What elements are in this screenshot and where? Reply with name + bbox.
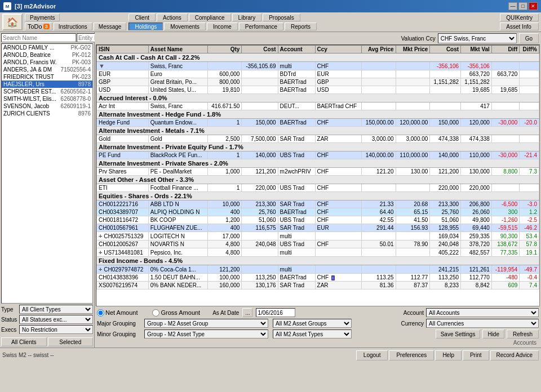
table-row: XS0076219574 0% BANK NEDER... 160,000 13… [97,282,539,289]
client-row[interactable]: SCHROEDER EST... 62605562-1 [2,88,92,95]
cell-diffpct: -2.5 [520,216,539,224]
client-row[interactable]: ZURICH CLIENTS 8976 [2,110,92,117]
cell-diffpct [520,103,539,110]
cell-avg: 42.55 [362,216,396,224]
tab-holdings[interactable]: Holdings [128,23,163,30]
cell-account: BAERTrad [278,208,315,216]
client-row[interactable]: SMITH-WILST, Elis... 62608778-0 [2,95,92,103]
message-button[interactable]: Message [94,23,127,30]
minor-alt-select[interactable]: All M2 Asset Types [273,329,352,338]
cell-ccy: BAERTrad CHF [315,103,361,110]
cell-cost2: 240,048 [430,240,461,248]
all-clients-button[interactable]: All Clients [1,337,47,346]
cell-cost [242,248,278,257]
hide-button[interactable]: Hide [482,329,504,338]
cell-avg [362,232,396,240]
cell-cost2: 220,000 [430,184,461,192]
table-row: Gold Gold 2,500 7,500,000 SAR Trad ZAR 3… [97,135,539,143]
cell-diffpct [520,86,539,94]
cell-diff [491,78,519,86]
quikentry-button[interactable]: QUIKentry [500,14,539,21]
tab-actions[interactable]: Actions [157,14,188,21]
account-select[interactable]: All Accounts [426,308,539,317]
cell-mkt: 41.50 [396,216,430,224]
close-btn[interactable]: ✕ [529,2,538,10]
asset-info-button[interactable]: Asset Info [500,23,539,30]
record-advice-button[interactable]: Record Advice [490,350,539,360]
net-amount-radio[interactable]: Net Amount [97,309,138,317]
currency-select[interactable]: All Currencies [426,319,539,328]
tab-reports[interactable]: Reports [285,23,317,30]
client-row[interactable]: ANDERS, JA & DM 71502556-4 [2,66,92,73]
major-grouping-label: Major Grouping [97,320,142,327]
todo-badge: 3 [43,24,50,29]
status-text: Swiss M2 -- swisst -- [2,352,54,358]
date-picker-button[interactable]: ... [242,308,252,317]
print-button[interactable]: Print [463,350,489,360]
cell-isin: CH0012221716 [97,201,149,208]
table-row: Acr Int Swiss, Franc 416.671.50 DEUT... … [97,103,539,110]
left-panel: ARNOLD FAMILY ... PK-G02 ARNOLD, Beatric… [0,32,95,348]
gross-amount-radio[interactable]: Gross Amount [152,309,200,317]
date-input[interactable] [256,308,295,317]
cell-avg: 121.20 [362,168,396,176]
type-filter[interactable]: All Client Types [19,305,93,314]
expand-icon[interactable]: ▼ [99,63,105,69]
home-button[interactable]: 🏠 [2,14,23,30]
cell-cost: 121,200 [242,168,278,176]
cell-qty: 1,200 [207,216,242,224]
cell-isin: Acr Int [97,103,149,110]
client-row[interactable]: ARNOLD, Beatrice PK-012 [2,51,92,59]
minimize-btn[interactable]: — [508,2,517,10]
cell-cost2: 25,760 [430,208,461,216]
valuation-ccy-select[interactable]: CHF Swiss, Franc [438,33,517,43]
save-settings-button[interactable]: Save Settings [436,329,481,338]
client-row[interactable]: FRIEDRICK TRUST PK-023 [2,73,92,81]
selected-button[interactable]: Selected [48,337,94,346]
todo-button[interactable]: ToDo 3 [25,23,52,30]
instructions-button[interactable]: Instructions [54,23,92,30]
expand-icon[interactable]: + [99,266,102,273]
major-grouping-select[interactable]: Group - M2 Asset Group [144,319,268,328]
cell-isin: + CH0025751329 [97,232,149,240]
client-row[interactable]: SVENSON, Jacob 62609119-1 [2,103,92,110]
tab-client[interactable]: Client [128,14,156,21]
table-header-row: ISIN Asset Name Qty Cost Account Ccy Avg… [97,46,539,54]
cell-qty: 2,500 [207,135,242,143]
tab-movements[interactable]: Movements [164,23,206,30]
tab-income[interactable]: Income [207,23,238,30]
cell-mktval: 259,335 [461,232,492,240]
expand-icon[interactable]: + [99,233,102,239]
refresh-button[interactable]: Refresh [507,329,539,338]
cell-mktval: 121,261 [461,265,492,274]
tab-proposals[interactable]: Proposals [263,14,300,21]
logout-button[interactable]: Logout [356,350,388,360]
client-row[interactable]: ARNOLD FAMILY ... PK-G02 [2,44,92,51]
maximize-btn[interactable]: □ [518,2,527,10]
expand-icon[interactable]: + [99,249,102,256]
cell-mkt: 112.77 [396,274,430,282]
tab-performance[interactable]: Performance [239,23,283,30]
cell-ccy: CHF [315,240,361,248]
major-alt-select[interactable]: All M2 Asset Groups [273,319,352,328]
client-list[interactable]: ARNOLD FAMILY ... PK-G02 ARNOLD, Beatric… [1,43,93,304]
preferences-button[interactable]: Preferences [389,350,434,360]
holdings-table-wrapper[interactable]: ISIN Asset Name Qty Cost Account Ccy Avg… [96,44,540,306]
client-row[interactable]: ARNOLD, Francis W. PK-003 [2,59,92,66]
tab-compliance[interactable]: Compliance [189,14,231,21]
payments-button[interactable]: Payments [25,14,60,21]
client-row-selected[interactable]: HAEJSLER, Urs 8978 [2,81,92,88]
cell-qty: 121,200 [207,265,242,274]
cell-isin: CH0010567961 [97,224,149,232]
tab-library[interactable]: Library [232,14,262,21]
search-input[interactable] [1,33,76,42]
execs-filter[interactable]: No Restriction [19,325,93,334]
col-cost: Cost [242,46,278,54]
status-filter[interactable]: All Statuses exc... [19,315,93,324]
help-button[interactable]: Help [435,350,462,360]
cell-mktval: 19,685 [461,86,492,94]
minor-grouping-select[interactable]: Group - M2 Asset Type [144,329,268,338]
go-button[interactable]: Go [519,33,539,43]
cell-isin: CH0018116472 [97,216,149,224]
cell-account: SAR Trad [278,201,315,208]
